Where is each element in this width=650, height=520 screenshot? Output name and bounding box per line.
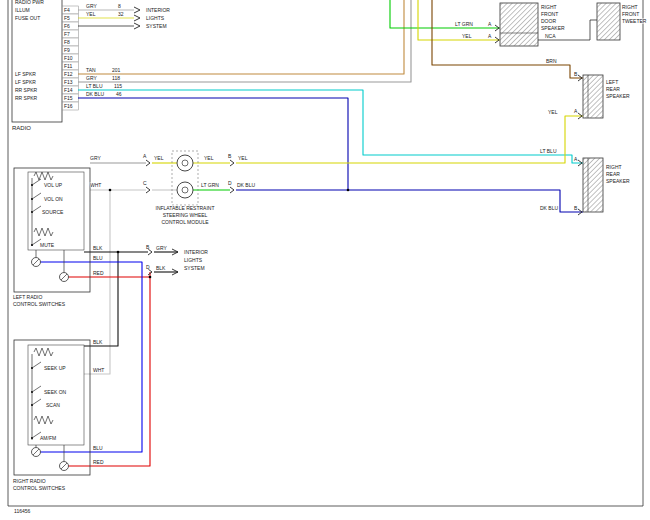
- door-spkr-name-1: RIGHT: [541, 4, 557, 10]
- radio-row-label-rr-spkr-1: RR SPKR: [15, 87, 38, 93]
- right-front-door-speaker: [500, 3, 538, 46]
- right-rear-speaker: [583, 158, 603, 212]
- lsw-switch-contacts: [31, 179, 41, 246]
- wire-label-f12-circuit: 201: [112, 67, 121, 73]
- door-spkr-name-4: SPEAKER: [541, 25, 565, 31]
- rsw-name-1: RIGHT RADIO: [13, 478, 46, 484]
- lsw-blk: BLK: [93, 245, 103, 251]
- lr-spkr-name-2: REAR: [606, 86, 620, 92]
- tweeter-name-3: TWEETER: [622, 18, 647, 24]
- pin-f7: F7: [64, 31, 70, 37]
- wire-f12-tan: [78, 0, 404, 74]
- rsw-scan: SCAN: [46, 402, 60, 408]
- wire-label-f4-color: GRY: [86, 3, 97, 9]
- pin-f14: F14: [64, 87, 73, 93]
- clk-ltgrn: LT GRN: [201, 182, 219, 188]
- clockspring-coil-top: [177, 155, 193, 171]
- door-spkr-pin-a1: A: [488, 21, 492, 27]
- rr-spkr-name-1: RIGHT: [606, 164, 622, 170]
- pin-f10: F10: [64, 55, 73, 61]
- connector-chevrons: [146, 25, 582, 275]
- interior-lights-top-2: LIGHTS: [146, 15, 165, 21]
- rsw-seek-up: SEEK UP: [44, 365, 66, 371]
- rsw-red: RED: [93, 459, 104, 465]
- lsw-name-1: LEFT RADIO: [13, 294, 42, 300]
- wire-label-f5-circuit: 32: [118, 11, 124, 17]
- wire-f14-ltblu: [78, 90, 583, 163]
- lr-spkr-wire-yel: YEL: [548, 109, 558, 115]
- mid-pin-d: D: [146, 264, 150, 270]
- junction-dots: [109, 189, 350, 279]
- lsw-mute: MUTE: [40, 242, 55, 248]
- wire-label-f12-color: TAN: [86, 67, 96, 73]
- pin-f13: F13: [64, 79, 73, 85]
- clk-pin-d: D: [228, 180, 232, 186]
- lsw-source: SOURCE: [42, 209, 64, 215]
- wiring-diagram-svg: RADIO PWRILLUMFUSE OUTLF SPKRLF SPKRRR S…: [0, 0, 650, 520]
- clk-dkblu: DK BLU: [237, 182, 255, 188]
- radio-row-label-fuse-out: FUSE OUT: [15, 15, 40, 21]
- lsw-vol-on: VOL ON: [44, 196, 63, 202]
- door-spkr-name-2: FRONT: [541, 11, 558, 17]
- radio-row-label-lf-spkr-1: LF SPKR: [15, 71, 36, 77]
- figure-number: 116456: [14, 508, 31, 514]
- lr-spkr-name-1: LEFT: [606, 79, 618, 85]
- rr-spkr-name-3: SPEAKER: [606, 178, 630, 184]
- wire-label-f5-color: YEL: [86, 11, 96, 17]
- wire-blu-riser: [40, 262, 142, 452]
- interior-lights-mid-1: INTERIOR: [184, 249, 208, 255]
- lr-spkr-pin-a: A: [574, 108, 578, 114]
- clockspring-coil-bottom: [177, 182, 193, 198]
- door-spkr-wire-yel: YEL: [462, 33, 472, 39]
- radio-row-label-illum: ILLUM: [15, 7, 30, 13]
- rr-spkr-pin-b: B: [574, 205, 578, 211]
- radio-label: RADIO: [12, 125, 31, 131]
- clk-pin-c: C: [143, 180, 147, 186]
- clk-yel-2: YEL: [204, 155, 214, 161]
- nca-label: NCA: [545, 33, 556, 39]
- pin-f12: F12: [64, 71, 73, 77]
- lsw-name-2: CONTROL SWITCHES: [13, 301, 66, 307]
- pin-f5: F5: [64, 15, 70, 21]
- interior-lights-top-1: INTERIOR: [146, 7, 170, 13]
- rsw-amfm: AM/FM: [40, 435, 56, 441]
- wire-label-f4-circuit: 8: [118, 3, 121, 9]
- left-rear-speaker: [583, 75, 603, 118]
- pin-f15: F15: [64, 95, 73, 101]
- wire-red-left: [68, 272, 150, 277]
- tweeter-name-1: RIGHT: [622, 4, 638, 10]
- lr-spkr-name-3: SPEAKER: [606, 93, 630, 99]
- interior-lights-mid-3: SYSTEM: [184, 265, 205, 271]
- wire-label-f14-color: LT BLU: [86, 83, 103, 89]
- rsw-blu: BLU: [93, 445, 103, 451]
- wire-label-f15-circuit: 46: [116, 91, 122, 97]
- pin-f11: F11: [64, 63, 72, 69]
- clk-pin-a: A: [143, 153, 147, 159]
- rr-spkr-wire-ltblu: LT BLU: [540, 148, 557, 154]
- radio-row-label-rr-spkr-2: RR SPKR: [15, 95, 38, 101]
- tweeter-name-2: FRONT: [622, 11, 639, 17]
- rr-spkr-name-2: REAR: [606, 171, 620, 177]
- rr-spkr-wire-dkblu: DK BLU: [540, 205, 558, 211]
- pin-f4: F4: [64, 7, 70, 13]
- rr-spkr-pin-a: A: [574, 156, 578, 162]
- wire-label-f14-circuit: 115: [114, 83, 122, 89]
- clk-pin-b: B: [228, 153, 232, 159]
- rsw-name-2: CONTROL SWITCHES: [13, 485, 66, 491]
- radio-row-label-lf-spkr-2: LF SPKR: [15, 79, 36, 85]
- lr-spkr-pin-b: B: [574, 71, 578, 77]
- wire-label-f13-circuit: 118: [112, 75, 120, 81]
- right-front-tweeter: [597, 3, 620, 40]
- wire-ltgrn-door-spkr: [390, 0, 500, 28]
- pin-f6: F6: [64, 23, 70, 29]
- lsw-blu: BLU: [93, 255, 103, 261]
- wire-f15-dkblu: [78, 98, 348, 190]
- system-arrows: [134, 7, 178, 275]
- wire-blk-riser: [84, 252, 118, 346]
- interior-lights-mid-2: LIGHTS: [184, 257, 203, 263]
- mid-gry: GRY: [156, 245, 167, 251]
- interior-lights-top-3: SYSTEM: [146, 23, 167, 29]
- door-spkr-name-3: DOOR: [541, 18, 556, 24]
- clk-gry: GRY: [90, 155, 101, 161]
- module-name-3: CONTROL MODULE: [161, 219, 209, 225]
